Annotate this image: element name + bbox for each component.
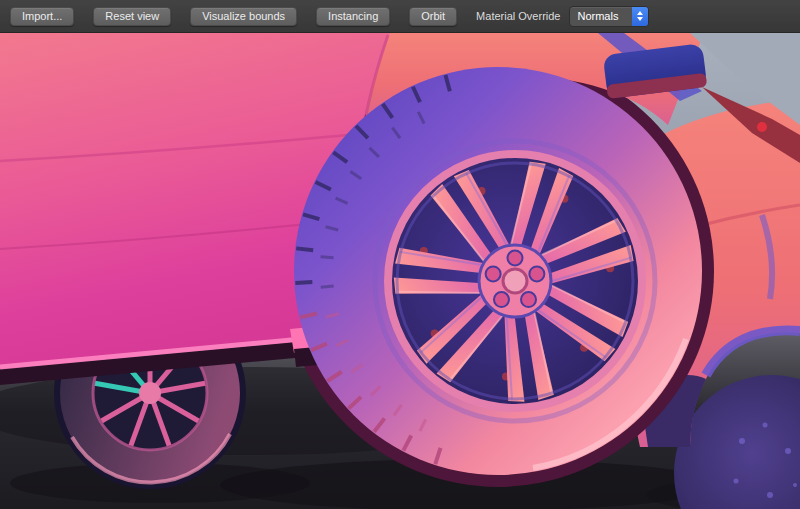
- import-button[interactable]: Import...: [10, 7, 74, 26]
- material-override-label: Material Override: [476, 10, 560, 22]
- viewport-3d[interactable]: [0, 33, 800, 509]
- instancing-button[interactable]: Instancing: [316, 7, 390, 26]
- model-viewer-app: Import... Reset view Visualize bounds In…: [0, 0, 800, 509]
- toolbar: Import... Reset view Visualize bounds In…: [0, 0, 800, 33]
- viewport: [0, 33, 800, 509]
- visualize-bounds-button[interactable]: Visualize bounds: [190, 7, 297, 26]
- chevron-up-down-icon: [632, 7, 648, 26]
- material-override-value: Normals: [570, 7, 632, 26]
- front-wheel: [294, 67, 702, 475]
- orbit-button[interactable]: Orbit: [409, 7, 457, 26]
- material-override-select[interactable]: Normals: [569, 6, 649, 27]
- marker-light: [757, 122, 767, 132]
- material-override-group: Material Override Normals: [476, 6, 649, 27]
- reset-view-button[interactable]: Reset view: [93, 7, 171, 26]
